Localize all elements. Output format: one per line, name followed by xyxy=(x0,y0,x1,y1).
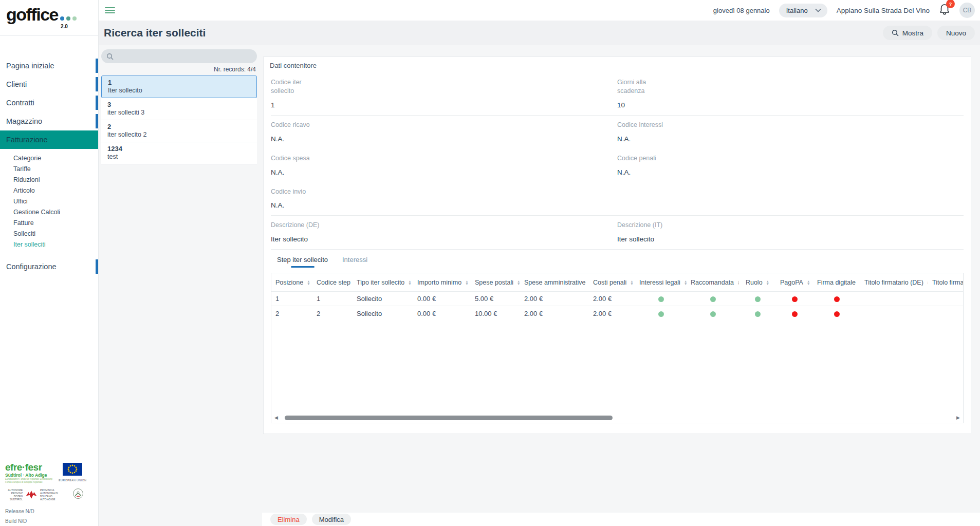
scroll-left-icon[interactable]: ◀ xyxy=(274,415,278,420)
column-header-inner: Ruolo▲▼ xyxy=(746,279,769,286)
form-row: Codice spesaN.A.Codice penaliN.A. xyxy=(271,149,964,182)
result-code: 1 xyxy=(108,79,250,87)
column-header-inner: Posizione▲▼ xyxy=(275,279,310,286)
field-value: 10 xyxy=(617,101,964,109)
tab-step-iter-sollecito[interactable]: Step iter sollecito xyxy=(277,256,328,269)
delete-button[interactable]: Elimina xyxy=(270,514,307,525)
sort-desc-icon: ▼ xyxy=(517,283,520,285)
sidebar-item-clienti[interactable]: Clienti xyxy=(0,75,98,93)
submenu-item-fatture[interactable]: Fatture xyxy=(0,218,98,229)
column-label: Ruolo xyxy=(746,279,763,286)
sidebar-item-fatturazione[interactable]: Fatturazione xyxy=(0,130,98,149)
list-item[interactable]: 1Iter sollecito xyxy=(101,76,257,98)
sort-icon[interactable]: ▲▼ xyxy=(927,280,928,285)
sort-icon[interactable]: ▲▼ xyxy=(684,280,687,285)
submenu-item-gestione-calcoli[interactable]: Gestione Calcoli xyxy=(0,207,98,218)
column-header-interessi-legali[interactable]: Interessi legali▲▼ xyxy=(635,273,687,292)
detail-tabs: Step iter sollecitoInteressi xyxy=(271,250,964,269)
list-item[interactable]: 2iter sollecito 2 xyxy=(101,120,257,142)
table-row[interactable]: 11Sollecito0.00 €5.00 €2.00 €2.00 € xyxy=(271,292,964,306)
column-header-spese-postali[interactable]: Spese postali▲▼ xyxy=(471,273,520,292)
sort-desc-icon: ▼ xyxy=(307,283,310,285)
steps-table-card: Posizione▲▼Codice step▲▼Tipo iter sollec… xyxy=(271,273,964,423)
column-header-inner: Codice step▲▼ xyxy=(317,279,353,286)
form-row: Codice ricavoN.A.Codice interessiN.A. xyxy=(271,116,964,149)
content-area: Nr. records: 4/4 1Iter sollecito3iter so… xyxy=(99,45,980,526)
form-field-left: Codice iter sollecito1 xyxy=(271,73,617,115)
submenu-item-solleciti[interactable]: Solleciti xyxy=(0,229,98,239)
sort-icon[interactable]: ▲▼ xyxy=(408,280,411,285)
cell-interessi-legali xyxy=(635,306,687,321)
province-label-it: PROVINCIA AUTONOMA DI BOLZANO ALTO ADIGE xyxy=(40,489,59,501)
sort-icon[interactable]: ▲▼ xyxy=(807,280,810,285)
column-header-raccomandata[interactable]: Raccomandata▲▼ xyxy=(687,273,739,292)
column-header-inner: Spese amministrative▲▼ xyxy=(524,279,589,286)
column-header-firma-digitale[interactable]: Firma digitale▲▼ xyxy=(813,273,860,292)
results-column: Nr. records: 4/4 1Iter sollecito3iter so… xyxy=(101,45,257,164)
submenu-item-uffici[interactable]: Uffici xyxy=(0,196,98,207)
sort-desc-icon: ▼ xyxy=(684,283,687,285)
column-header-posizione[interactable]: Posizione▲▼ xyxy=(271,273,312,292)
column-header-importo-minimo[interactable]: Importo minimo▲▼ xyxy=(413,273,471,292)
horizontal-scrollbar[interactable]: ◀ ▶ xyxy=(273,415,961,421)
notifications-button[interactable]: ? xyxy=(939,3,950,17)
column-header-codice-step[interactable]: Codice step▲▼ xyxy=(312,273,353,292)
sort-icon[interactable]: ▲▼ xyxy=(307,280,310,285)
sort-icon[interactable]: ▲▼ xyxy=(766,280,769,285)
sidebar-item-contratti[interactable]: Contratti xyxy=(0,93,98,112)
sort-desc-icon: ▼ xyxy=(859,283,860,285)
column-header-inner: Tipo iter sollecito▲▼ xyxy=(357,279,412,286)
user-avatar[interactable]: CB xyxy=(959,3,975,18)
column-header-titolo-firmatario-it[interactable]: Titolo firmatario (IT)▲▼ xyxy=(928,273,964,292)
status-true-icon xyxy=(710,296,716,302)
hamburger-menu-icon[interactable] xyxy=(105,6,115,15)
status-true-icon xyxy=(658,296,664,302)
cell-importo-minimo: 0.00 € xyxy=(413,292,471,306)
sidebar-item-magazzino[interactable]: Magazzino xyxy=(0,112,98,130)
submenu-item-tariffe[interactable]: Tariffe xyxy=(0,164,98,175)
submenu-item-articolo[interactable]: Articolo xyxy=(0,185,98,196)
tab-interessi[interactable]: Interessi xyxy=(342,256,367,269)
list-item[interactable]: 1234test xyxy=(101,142,257,164)
column-header-tipo-iter-sollecito[interactable]: Tipo iter sollecito▲▼ xyxy=(353,273,413,292)
list-item[interactable]: 3iter solleciti 3 xyxy=(101,98,257,120)
field-label: Codice ricavo xyxy=(271,121,617,129)
brand-version: 2.0 xyxy=(61,24,68,29)
submenu-item-iter-solleciti[interactable]: Iter solleciti xyxy=(0,239,98,250)
sort-icon[interactable]: ▲▼ xyxy=(517,280,520,285)
table-row[interactable]: 22Sollecito0.00 €10.00 €2.00 €2.00 € xyxy=(271,306,964,321)
edit-button[interactable]: Modifica xyxy=(312,514,351,525)
sort-icon[interactable]: ▲▼ xyxy=(465,280,468,285)
column-header-costi-penali[interactable]: Costi penali▲▼ xyxy=(589,273,635,292)
sort-icon[interactable]: ▲▼ xyxy=(630,280,633,285)
field-label: Descrizione (IT) xyxy=(617,221,964,230)
sort-icon[interactable]: ▲▼ xyxy=(737,280,739,285)
submenu-item-riduzioni[interactable]: Riduzioni xyxy=(0,175,98,185)
sort-desc-icon: ▼ xyxy=(465,283,468,285)
brand-dots-icon xyxy=(60,16,77,21)
submenu-item-categorie[interactable]: Categorie xyxy=(0,153,98,164)
sidebar-item-configurazione[interactable]: Configurazione xyxy=(0,257,98,276)
brand-logo: goffice 2.0 xyxy=(0,0,98,36)
column-header-titolo-firmatario-de[interactable]: Titolo firmatario (DE)▲▼ xyxy=(860,273,928,292)
eu-flag-icon xyxy=(63,463,82,476)
results-list: 1Iter sollecito3iter solleciti 32iter so… xyxy=(101,76,257,164)
scrollbar-thumb[interactable] xyxy=(285,416,613,420)
search-input[interactable] xyxy=(117,52,252,61)
province-label-de: AUTONOME PROVINZ BOZEN SÜDTIROL xyxy=(5,489,23,501)
scroll-right-icon[interactable]: ▶ xyxy=(956,415,960,420)
show-button[interactable]: Mostra xyxy=(883,26,932,40)
sort-icon[interactable]: ▲▼ xyxy=(859,280,860,285)
cell-titolo-firmatario-de xyxy=(860,292,928,306)
new-button[interactable]: Nuovo xyxy=(937,26,975,40)
search-icon xyxy=(106,53,114,60)
form-field-right: Codice interessiN.A. xyxy=(617,116,964,149)
field-value: Iter sollecito xyxy=(617,235,964,243)
column-header-pagopa[interactable]: PagoPA▲▼ xyxy=(776,273,813,292)
column-label: Costi penali xyxy=(593,279,626,286)
column-header-ruolo[interactable]: Ruolo▲▼ xyxy=(739,273,776,292)
column-header-spese-amministrative[interactable]: Spese amministrative▲▼ xyxy=(520,273,589,292)
sidebar-item-label: Magazzino xyxy=(6,117,42,125)
sidebar-item-pagina-iniziale[interactable]: Pagina iniziale xyxy=(0,57,98,75)
language-selector[interactable]: Italiano xyxy=(779,4,827,17)
